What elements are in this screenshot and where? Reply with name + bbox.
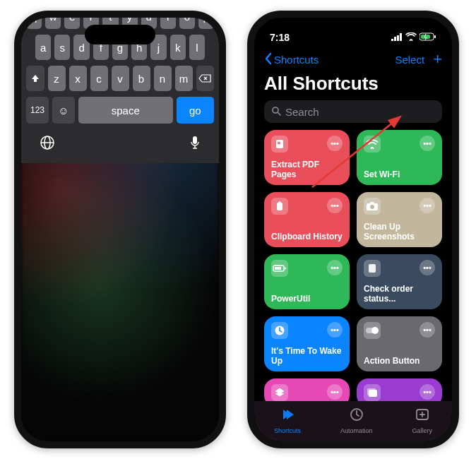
card-menu-icon[interactable]: ••• — [420, 136, 435, 151]
key-z[interactable]: z — [48, 66, 66, 91]
photos-icon — [364, 384, 381, 401]
shortcut-card[interactable]: ••• — [357, 378, 442, 401]
svg-rect-12 — [193, 136, 197, 144]
card-label: Clean Up Screenshots — [364, 222, 435, 242]
card-label: Check order status... — [364, 284, 435, 304]
camera-icon — [364, 198, 381, 215]
key-s[interactable]: s — [54, 35, 70, 60]
mic-icon[interactable] — [189, 135, 201, 153]
key-p[interactable]: p — [198, 11, 214, 29]
key-k[interactable]: k — [170, 35, 186, 60]
card-label: Set Wi-Fi — [364, 169, 435, 179]
card-label: Action Button — [364, 356, 435, 366]
doc2-icon — [364, 260, 381, 277]
globe-icon[interactable] — [40, 135, 55, 153]
svg-rect-33 — [369, 264, 376, 273]
search-icon — [271, 106, 281, 118]
tab-gallery[interactable]: Gallery — [412, 407, 432, 434]
phone-spotlight-search: 7:08 — [14, 11, 226, 448]
tab-label: Shortcuts — [274, 427, 301, 434]
add-button[interactable]: + — [433, 50, 442, 68]
svg-rect-32 — [275, 267, 281, 270]
phone-shortcuts-app: 7:18 Shortcuts Select + — [247, 11, 459, 448]
svg-point-20 — [273, 107, 278, 113]
card-menu-icon[interactable]: ••• — [420, 322, 435, 338]
card-menu-icon[interactable]: ••• — [327, 136, 343, 151]
shortcut-card[interactable]: •••Clipboard History — [264, 192, 350, 247]
svg-point-28 — [370, 205, 374, 209]
tab-shortcuts[interactable]: Shortcuts — [274, 407, 301, 434]
battery-icon — [420, 32, 436, 43]
svg-rect-31 — [285, 268, 286, 270]
card-label: Clipboard History — [271, 232, 343, 242]
shortcut-card[interactable]: •••Action Button — [357, 316, 442, 371]
svg-rect-24 — [278, 143, 280, 144]
key-a[interactable]: a — [35, 35, 51, 60]
gallery-tab-icon — [415, 407, 430, 426]
numeric-key[interactable]: 123 — [26, 97, 49, 124]
key-q[interactable]: q — [26, 11, 42, 29]
tab-label: Automation — [340, 427, 373, 434]
svg-rect-29 — [370, 202, 374, 204]
card-menu-icon[interactable]: ••• — [420, 260, 435, 275]
shortcut-card[interactable]: •••PowerUtil — [264, 254, 350, 309]
svg-rect-23 — [278, 142, 280, 143]
svg-rect-15 — [394, 37, 396, 41]
key-i[interactable]: i — [160, 11, 176, 29]
chevron-left-icon — [264, 52, 273, 67]
layers-icon — [271, 384, 288, 401]
svg-rect-14 — [397, 35, 399, 41]
cell-signal-icon — [391, 32, 403, 43]
card-menu-icon[interactable]: ••• — [327, 384, 343, 400]
card-menu-icon[interactable]: ••• — [327, 322, 343, 338]
space-key[interactable]: space — [78, 97, 173, 124]
dynamic-island — [85, 25, 155, 44]
svg-rect-25 — [277, 203, 282, 210]
shortcut-card[interactable]: ••• — [264, 378, 350, 401]
tab-automation[interactable]: Automation — [340, 407, 373, 434]
dynamic-island — [318, 25, 388, 44]
shortcuts-tab-icon — [280, 407, 295, 426]
svg-rect-19 — [434, 35, 436, 38]
switch-icon — [364, 322, 381, 339]
wifi-icon — [405, 32, 417, 43]
key-n[interactable]: n — [154, 66, 172, 91]
key-x[interactable]: x — [69, 66, 87, 91]
shortcut-card[interactable]: •••Clean Up Screenshots — [357, 192, 442, 247]
back-button[interactable]: Shortcuts — [264, 52, 319, 67]
shortcut-card[interactable]: •••Check order status... — [357, 254, 442, 309]
svg-rect-38 — [367, 388, 376, 395]
shortcut-card[interactable]: •••It's Time To Wake Up — [264, 316, 350, 371]
status-right — [391, 32, 436, 43]
card-menu-icon[interactable]: ••• — [420, 384, 435, 400]
key-o[interactable]: o — [179, 11, 195, 29]
key-e[interactable]: e — [64, 11, 80, 29]
back-label: Shortcuts — [274, 54, 319, 66]
svg-line-21 — [278, 112, 281, 115]
key-v[interactable]: v — [112, 66, 129, 91]
select-button[interactable]: Select — [395, 54, 424, 66]
card-menu-icon[interactable]: ••• — [327, 260, 343, 275]
card-menu-icon[interactable]: ••• — [327, 198, 343, 213]
status-time: 7:18 — [270, 32, 290, 43]
key-c[interactable]: c — [90, 66, 108, 91]
card-label: Extract PDF Pages — [271, 160, 343, 179]
tab-label: Gallery — [412, 427, 432, 434]
go-key[interactable]: go — [177, 97, 214, 124]
shortcut-card[interactable]: •••Set Wi-Fi — [357, 130, 442, 185]
key-l[interactable]: l — [189, 35, 205, 60]
wifi-icon — [364, 136, 381, 153]
emoji-key[interactable]: ☺ — [52, 97, 75, 124]
search-field[interactable]: Search — [264, 100, 442, 123]
doc-icon — [271, 136, 288, 153]
card-label: PowerUtil — [271, 294, 343, 304]
card-menu-icon[interactable]: ••• — [420, 198, 435, 213]
shortcut-card[interactable]: •••Extract PDF Pages — [264, 130, 350, 185]
key-b[interactable]: b — [133, 66, 150, 91]
shift-key[interactable] — [26, 66, 44, 91]
key-m[interactable]: m — [175, 66, 193, 91]
clock-icon — [271, 322, 288, 339]
svg-rect-26 — [278, 202, 281, 204]
key-w[interactable]: w — [45, 11, 61, 29]
backspace-key[interactable] — [196, 66, 215, 91]
